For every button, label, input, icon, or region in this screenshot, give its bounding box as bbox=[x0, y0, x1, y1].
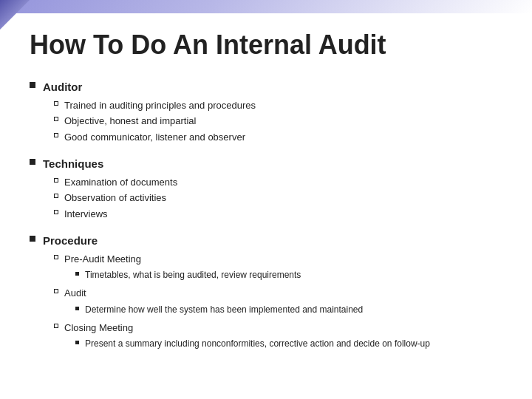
nested-bullet-icon bbox=[75, 341, 79, 344]
pre-audit-content: Pre-Audit Meeting Timetables, what is be… bbox=[64, 252, 301, 284]
sub-bullet-icon bbox=[54, 289, 58, 293]
techniques-sub-text-1: Examination of documents bbox=[64, 175, 177, 190]
techniques-sub-text-3: Interviews bbox=[64, 207, 108, 222]
sub-bullet-icon bbox=[54, 255, 58, 259]
auditor-content: Auditor Trained in auditing principles a… bbox=[43, 79, 502, 146]
auditor-sub-text-3: Good communicator, listener and observer bbox=[64, 130, 245, 145]
page-content: How To Do An Internal Audit Auditor Trai… bbox=[0, 7, 532, 380]
nested-bullet-icon bbox=[75, 307, 79, 310]
section-auditor: Auditor Trained in auditing principles a… bbox=[30, 79, 502, 146]
sub-bullet-icon bbox=[54, 101, 58, 106]
pre-audit-label: Pre-Audit Meeting bbox=[64, 253, 141, 265]
auditor-sub-text-1: Trained in auditing principles and proce… bbox=[64, 98, 256, 113]
page-title: How To Do An Internal Audit bbox=[30, 30, 502, 61]
pre-audit-nested-text-1: Timetables, what is being audited, revie… bbox=[85, 268, 301, 282]
section-procedure: Procedure Pre-Audit Meeting Timetables, … bbox=[30, 233, 502, 355]
auditor-sub-list: Trained in auditing principles and proce… bbox=[54, 98, 502, 145]
closing-nested-1: Present a summary including nonconformit… bbox=[75, 337, 430, 350]
procedure-pre-audit: Pre-Audit Meeting Timetables, what is be… bbox=[54, 252, 502, 284]
audit-content: Audit Determine how well the system has … bbox=[64, 286, 363, 318]
pre-audit-nested: Timetables, what is being audited, revie… bbox=[75, 268, 301, 282]
techniques-sub-2: Observation of activities bbox=[54, 191, 502, 205]
techniques-sub-text-2: Observation of activities bbox=[64, 191, 166, 205]
audit-nested-1: Determine how well the system has been i… bbox=[75, 303, 363, 316]
procedure-closing: Closing Meeting Present a summary includ… bbox=[54, 321, 502, 352]
sub-bullet-icon bbox=[54, 133, 58, 137]
auditor-title: Auditor bbox=[43, 81, 82, 93]
procedure-sub-list: Pre-Audit Meeting Timetables, what is be… bbox=[54, 252, 502, 352]
bullet-icon bbox=[30, 82, 35, 88]
techniques-title: Techniques bbox=[43, 157, 103, 170]
auditor-sub-text-2: Objective, honest and impartial bbox=[64, 114, 196, 129]
corner-decoration bbox=[0, 0, 37, 37]
auditor-sub-1: Trained in auditing principles and proce… bbox=[54, 98, 502, 113]
sub-bullet-icon bbox=[54, 194, 58, 198]
techniques-sub-list: Examination of documents Observation of … bbox=[54, 175, 502, 222]
procedure-content: Procedure Pre-Audit Meeting Timetables, … bbox=[43, 233, 502, 355]
audit-label: Audit bbox=[64, 287, 86, 299]
procedure-title: Procedure bbox=[43, 234, 98, 247]
bullet-icon bbox=[30, 236, 35, 242]
nested-bullet-icon bbox=[75, 272, 79, 276]
techniques-sub-1: Examination of documents bbox=[54, 175, 502, 190]
sub-bullet-icon bbox=[54, 117, 58, 121]
closing-nested-text-1: Present a summary including nonconformit… bbox=[85, 337, 430, 350]
audit-nested-text-1: Determine how well the system has been i… bbox=[85, 303, 363, 316]
closing-nested: Present a summary including nonconformit… bbox=[75, 337, 430, 350]
section-techniques: Techniques Examination of documents Obse… bbox=[30, 156, 502, 222]
main-content: Auditor Trained in auditing principles a… bbox=[30, 79, 502, 355]
bullet-icon bbox=[30, 159, 35, 165]
auditor-sub-3: Good communicator, listener and observer bbox=[54, 130, 502, 145]
audit-nested: Determine how well the system has been i… bbox=[75, 303, 363, 316]
top-decoration bbox=[0, 0, 532, 13]
sub-bullet-icon bbox=[54, 178, 58, 183]
techniques-sub-3: Interviews bbox=[54, 207, 502, 222]
auditor-sub-2: Objective, honest and impartial bbox=[54, 114, 502, 129]
sub-bullet-icon bbox=[54, 210, 58, 214]
closing-content: Closing Meeting Present a summary includ… bbox=[64, 321, 430, 352]
sub-bullet-icon bbox=[54, 324, 58, 328]
closing-label: Closing Meeting bbox=[64, 322, 133, 333]
procedure-audit: Audit Determine how well the system has … bbox=[54, 286, 502, 318]
techniques-content: Techniques Examination of documents Obse… bbox=[43, 156, 502, 222]
pre-audit-nested-1: Timetables, what is being audited, revie… bbox=[75, 268, 301, 282]
